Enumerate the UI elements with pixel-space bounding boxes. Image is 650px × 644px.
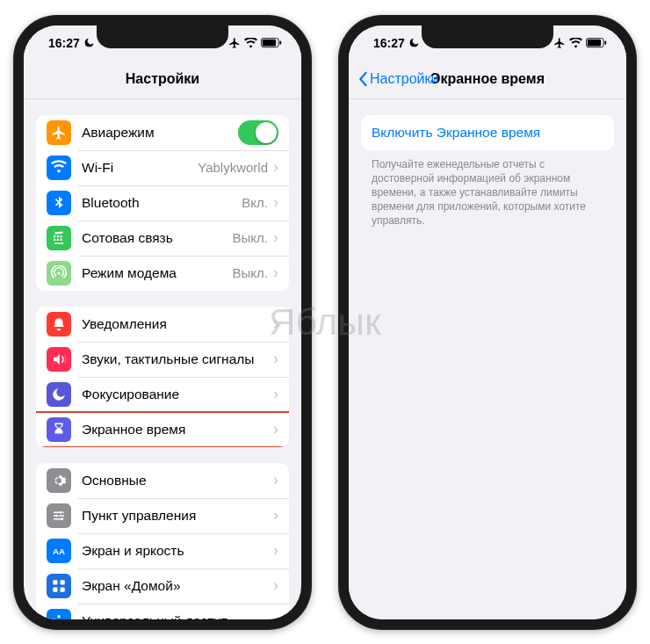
hotspot-icon	[47, 261, 71, 286]
settings-row-универсальный-доступ[interactable]: Универсальный доступ›	[36, 604, 289, 619]
row-label: Экран и яркость	[82, 543, 273, 559]
chevron-right-icon: ›	[273, 611, 278, 619]
wifi-status-icon	[244, 38, 257, 48]
airplane-icon	[47, 120, 71, 145]
bluetooth-icon	[47, 191, 71, 215]
chevron-right-icon: ›	[273, 385, 278, 403]
chevron-right-icon: ›	[273, 228, 278, 247]
settings-row-уведомления[interactable]: Уведомления›	[36, 307, 289, 342]
svg-rect-7	[53, 580, 57, 584]
bell-icon	[47, 312, 71, 336]
row-value: Yablykworld	[198, 160, 268, 175]
row-label: Режим модема	[82, 265, 233, 281]
row-label: Основные	[82, 473, 273, 488]
enable-screentime-label: Включить Экранное время	[372, 125, 603, 141]
toggle-switch[interactable]	[238, 120, 278, 145]
page-title: Экранное время	[430, 71, 545, 87]
settings-row-wi-fi[interactable]: Wi-FiYablykworld›	[36, 150, 289, 185]
settings-row-bluetooth[interactable]: BluetoothВкл.›	[36, 185, 289, 221]
row-value: Вкл.	[242, 195, 268, 210]
settings-row-экран-домой-[interactable]: Экран «Домой»›	[36, 568, 289, 604]
accessibility-icon	[47, 609, 71, 619]
row-label: Пункт управления	[82, 508, 273, 524]
row-label: Wi-Fi	[82, 160, 198, 176]
svg-text:AA: AA	[53, 546, 65, 555]
group-connectivity: АвиарежимWi-FiYablykworld›BluetoothВкл.›…	[36, 115, 289, 291]
row-value: Выкл.	[233, 265, 268, 280]
settings-row-звуки-тактильные-сигналы[interactable]: Звуки, тактильные сигналы›	[36, 342, 289, 377]
row-label: Универсальный доступ	[82, 613, 273, 619]
airplane-status-icon	[553, 37, 566, 49]
notch	[97, 25, 228, 48]
status-time: 16:27	[48, 36, 80, 50]
settings-content[interactable]: АвиарежимWi-FiYablykworld›BluetoothВкл.›…	[24, 99, 301, 619]
chevron-right-icon: ›	[273, 420, 278, 438]
nav-bar: Настройки Экранное время	[349, 61, 626, 99]
svg-rect-17	[604, 40, 606, 44]
svg-rect-1	[263, 39, 276, 46]
svg-rect-16	[588, 39, 601, 46]
row-label: Экранное время	[82, 422, 273, 438]
nav-bar: Настройки	[24, 61, 301, 99]
sound-icon	[47, 347, 71, 372]
row-label: Сотовая связь	[82, 230, 233, 246]
screentime-content: Включить Экранное время Получайте еженед…	[349, 99, 626, 619]
chevron-right-icon: ›	[273, 315, 278, 333]
chevron-right-icon: ›	[273, 158, 278, 177]
chevron-left-icon	[358, 71, 368, 87]
svg-rect-10	[61, 587, 65, 591]
group-enable: Включить Экранное время	[361, 115, 614, 150]
row-label: Звуки, тактильные сигналы	[82, 351, 273, 367]
svg-rect-8	[61, 580, 65, 584]
chevron-right-icon: ›	[273, 541, 278, 560]
row-label: Фокусирование	[82, 387, 273, 402]
chevron-right-icon: ›	[273, 193, 278, 212]
settings-row-основные[interactable]: Основные›	[36, 463, 289, 498]
settings-row-режим-модема[interactable]: Режим модемаВыкл.›	[36, 256, 289, 291]
svg-point-5	[61, 517, 63, 520]
group-general: Основные›Пункт управления›AAЭкран и ярко…	[36, 463, 289, 619]
settings-row-авиарежим[interactable]: Авиарежим	[36, 115, 289, 150]
sliders-icon	[47, 503, 71, 528]
chevron-right-icon: ›	[273, 264, 278, 282]
phone-frame-right: 16:27 Настройки Экранное время Включить	[338, 15, 637, 630]
settings-row-сотовая-связь[interactable]: Сотовая связьВыкл.›	[36, 221, 289, 256]
moon-icon	[47, 382, 71, 407]
group-notifications: Уведомления›Звуки, тактильные сигналы›Фо…	[36, 307, 289, 447]
moon-icon	[408, 37, 420, 48]
grid-icon	[47, 574, 71, 598]
wifi-status-icon	[569, 38, 582, 48]
chevron-right-icon: ›	[273, 471, 278, 489]
footer-description: Получайте еженедельные отчеты с достовер…	[349, 150, 626, 228]
chevron-right-icon: ›	[273, 350, 278, 368]
moon-icon	[83, 37, 95, 48]
battery-icon	[586, 38, 607, 48]
settings-row-фокусирование[interactable]: Фокусирование›	[36, 377, 289, 412]
screen-right: 16:27 Настройки Экранное время Включить	[349, 25, 626, 619]
settings-row-пункт-управления[interactable]: Пункт управления›	[36, 498, 289, 533]
cellular-icon	[47, 226, 71, 250]
svg-rect-9	[53, 587, 57, 591]
row-label: Экран «Домой»	[82, 578, 273, 594]
settings-row-экран-и-яркость[interactable]: AAЭкран и яркость›	[36, 533, 289, 568]
screen-left: 16:27 Настройки АвиарежимWi-FiYablykworl…	[24, 25, 301, 619]
aa-icon: AA	[47, 539, 71, 563]
svg-point-3	[60, 510, 62, 513]
airplane-status-icon	[228, 37, 241, 49]
row-label: Авиарежим	[82, 125, 238, 141]
notch	[422, 25, 553, 48]
status-time: 16:27	[373, 36, 405, 50]
wifi-icon	[47, 156, 71, 180]
svg-point-4	[55, 514, 58, 517]
chevron-right-icon: ›	[273, 506, 278, 525]
row-label: Уведомления	[82, 316, 273, 332]
settings-row-экранное-время[interactable]: Экранное время›	[36, 412, 289, 447]
enable-screentime-row[interactable]: Включить Экранное время	[361, 115, 614, 150]
chevron-right-icon: ›	[273, 576, 278, 595]
svg-rect-2	[279, 40, 281, 44]
battery-icon	[261, 38, 282, 48]
back-button[interactable]: Настройки	[358, 71, 438, 87]
page-title: Настройки	[126, 71, 199, 87]
phone-frame-left: 16:27 Настройки АвиарежимWi-FiYablykworl…	[13, 15, 312, 630]
svg-point-11	[57, 615, 60, 618]
